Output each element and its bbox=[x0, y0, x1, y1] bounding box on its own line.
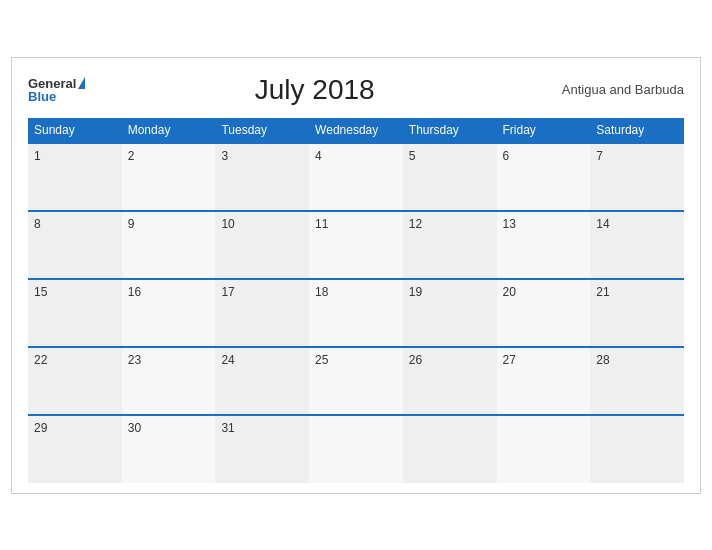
calendar-day-cell: 8 bbox=[28, 211, 122, 279]
calendar-day-cell: 6 bbox=[497, 143, 591, 211]
month-title: July 2018 bbox=[85, 74, 544, 106]
calendar-day-cell: 25 bbox=[309, 347, 403, 415]
calendar-day-cell: 18 bbox=[309, 279, 403, 347]
day-number: 9 bbox=[128, 217, 135, 231]
country-label: Antigua and Barbuda bbox=[544, 82, 684, 97]
day-number: 24 bbox=[221, 353, 234, 367]
calendar-day-cell: 24 bbox=[215, 347, 309, 415]
calendar-day-cell: 7 bbox=[590, 143, 684, 211]
weekday-header: Tuesday bbox=[215, 118, 309, 143]
calendar-week-row: 891011121314 bbox=[28, 211, 684, 279]
calendar-day-cell: 2 bbox=[122, 143, 216, 211]
calendar-header: General Blue July 2018 Antigua and Barbu… bbox=[28, 74, 684, 106]
calendar-day-cell: 4 bbox=[309, 143, 403, 211]
calendar-day-cell: 12 bbox=[403, 211, 497, 279]
calendar-day-cell: 17 bbox=[215, 279, 309, 347]
day-number: 14 bbox=[596, 217, 609, 231]
calendar-container: General Blue July 2018 Antigua and Barbu… bbox=[11, 57, 701, 494]
day-number: 12 bbox=[409, 217, 422, 231]
day-number: 16 bbox=[128, 285, 141, 299]
day-number: 22 bbox=[34, 353, 47, 367]
calendar-day-cell: 27 bbox=[497, 347, 591, 415]
day-number: 21 bbox=[596, 285, 609, 299]
calendar-day-cell: 9 bbox=[122, 211, 216, 279]
calendar-day-cell bbox=[309, 415, 403, 483]
calendar-week-row: 1234567 bbox=[28, 143, 684, 211]
weekday-header: Wednesday bbox=[309, 118, 403, 143]
logo-general-text: General bbox=[28, 77, 76, 90]
day-number: 28 bbox=[596, 353, 609, 367]
calendar-week-row: 15161718192021 bbox=[28, 279, 684, 347]
calendar-day-cell bbox=[403, 415, 497, 483]
logo: General Blue bbox=[28, 77, 85, 103]
day-number: 4 bbox=[315, 149, 322, 163]
calendar-day-cell: 3 bbox=[215, 143, 309, 211]
calendar-day-cell: 20 bbox=[497, 279, 591, 347]
calendar-day-cell: 29 bbox=[28, 415, 122, 483]
day-number: 1 bbox=[34, 149, 41, 163]
day-number: 19 bbox=[409, 285, 422, 299]
calendar-day-cell: 22 bbox=[28, 347, 122, 415]
calendar-week-row: 293031 bbox=[28, 415, 684, 483]
day-number: 3 bbox=[221, 149, 228, 163]
day-number: 6 bbox=[503, 149, 510, 163]
calendar-day-cell: 31 bbox=[215, 415, 309, 483]
calendar-day-cell: 16 bbox=[122, 279, 216, 347]
day-number: 27 bbox=[503, 353, 516, 367]
weekday-header: Saturday bbox=[590, 118, 684, 143]
day-number: 2 bbox=[128, 149, 135, 163]
day-number: 8 bbox=[34, 217, 41, 231]
calendar-day-cell: 1 bbox=[28, 143, 122, 211]
weekday-header: Friday bbox=[497, 118, 591, 143]
logo-triangle-icon bbox=[78, 77, 85, 89]
calendar-day-cell: 19 bbox=[403, 279, 497, 347]
weekday-header: Monday bbox=[122, 118, 216, 143]
day-number: 25 bbox=[315, 353, 328, 367]
day-number: 31 bbox=[221, 421, 234, 435]
calendar-week-row: 22232425262728 bbox=[28, 347, 684, 415]
calendar-day-cell: 23 bbox=[122, 347, 216, 415]
day-number: 17 bbox=[221, 285, 234, 299]
day-number: 7 bbox=[596, 149, 603, 163]
day-number: 5 bbox=[409, 149, 416, 163]
day-number: 23 bbox=[128, 353, 141, 367]
calendar-day-cell: 28 bbox=[590, 347, 684, 415]
calendar-day-cell: 5 bbox=[403, 143, 497, 211]
day-number: 20 bbox=[503, 285, 516, 299]
calendar-day-cell: 14 bbox=[590, 211, 684, 279]
day-number: 30 bbox=[128, 421, 141, 435]
calendar-table: SundayMondayTuesdayWednesdayThursdayFrid… bbox=[28, 118, 684, 483]
calendar-day-cell bbox=[497, 415, 591, 483]
day-number: 18 bbox=[315, 285, 328, 299]
logo-blue-text: Blue bbox=[28, 90, 85, 103]
weekday-header: Thursday bbox=[403, 118, 497, 143]
day-number: 13 bbox=[503, 217, 516, 231]
calendar-day-cell: 26 bbox=[403, 347, 497, 415]
calendar-day-cell: 30 bbox=[122, 415, 216, 483]
calendar-day-cell: 11 bbox=[309, 211, 403, 279]
calendar-day-cell: 10 bbox=[215, 211, 309, 279]
calendar-day-cell: 21 bbox=[590, 279, 684, 347]
calendar-day-cell: 15 bbox=[28, 279, 122, 347]
day-number: 11 bbox=[315, 217, 328, 231]
day-number: 26 bbox=[409, 353, 422, 367]
calendar-day-cell: 13 bbox=[497, 211, 591, 279]
day-number: 15 bbox=[34, 285, 47, 299]
day-number: 29 bbox=[34, 421, 47, 435]
calendar-day-cell bbox=[590, 415, 684, 483]
weekday-header-row: SundayMondayTuesdayWednesdayThursdayFrid… bbox=[28, 118, 684, 143]
weekday-header: Sunday bbox=[28, 118, 122, 143]
day-number: 10 bbox=[221, 217, 234, 231]
